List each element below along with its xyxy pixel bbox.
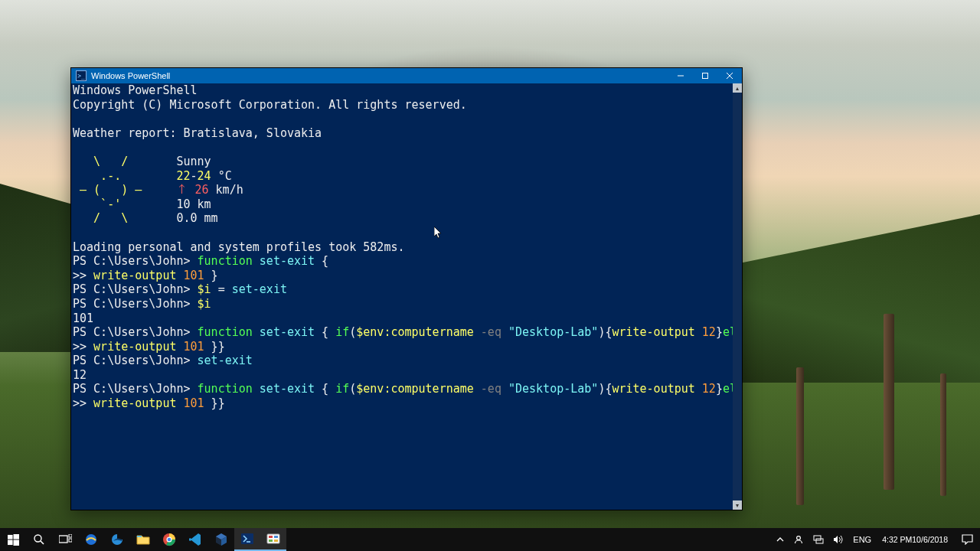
svg-rect-7: [69, 534, 72, 537]
vertical-scrollbar[interactable]: ▴ ▾: [733, 83, 742, 510]
volume-icon[interactable]: [828, 528, 848, 551]
action-center-button[interactable]: [954, 528, 980, 551]
svg-rect-18: [269, 540, 273, 542]
svg-rect-19: [274, 540, 278, 542]
desktop-wallpaper: >_ Windows PowerShell Windows PowerShell…: [0, 0, 980, 551]
svg-point-5: [34, 535, 41, 542]
taskbar-app-webpack[interactable]: [208, 528, 234, 551]
people-icon[interactable]: [789, 528, 808, 551]
wallpaper-post: [940, 373, 946, 496]
clock-time: 4:32 PM: [882, 535, 912, 544]
scroll-up-button[interactable]: ▴: [733, 83, 742, 93]
svg-rect-0: [703, 73, 708, 79]
clock-date: 10/6/2018: [912, 535, 948, 544]
taskbar-clock[interactable]: 4:32 PM 10/6/2018: [876, 528, 954, 551]
language-indicator[interactable]: ENG: [848, 528, 876, 551]
svg-rect-16: [269, 536, 273, 538]
svg-rect-10: [137, 536, 142, 537]
svg-point-13: [168, 538, 172, 542]
powershell-icon: >_: [76, 70, 87, 81]
wallpaper-post: [796, 367, 804, 505]
svg-rect-2: [13, 534, 19, 540]
svg-rect-1: [8, 534, 13, 539]
start-button[interactable]: [0, 528, 26, 551]
show-hidden-icons-button[interactable]: [772, 528, 789, 551]
scroll-down-button[interactable]: ▾: [733, 500, 742, 510]
powershell-window[interactable]: >_ Windows PowerShell Windows PowerShell…: [70, 67, 743, 510]
terminal-output[interactable]: Windows PowerShell Copyright (C) Microso…: [71, 83, 733, 510]
svg-rect-22: [816, 539, 823, 543]
svg-rect-8: [69, 539, 72, 542]
maximize-button[interactable]: [693, 68, 717, 83]
taskbar-app-ie[interactable]: [78, 528, 104, 551]
svg-rect-17: [274, 536, 278, 538]
taskbar-app-chrome[interactable]: [156, 528, 182, 551]
svg-rect-21: [814, 536, 821, 540]
wallpaper-hill: [704, 214, 980, 383]
svg-rect-4: [13, 540, 19, 546]
taskbar-app-powershell[interactable]: [234, 528, 260, 551]
titlebar[interactable]: >_ Windows PowerShell: [71, 68, 742, 83]
network-icon[interactable]: [808, 528, 828, 551]
window-title: Windows PowerShell: [91, 71, 170, 80]
taskbar-app-edge[interactable]: [104, 528, 130, 551]
svg-rect-6: [59, 536, 67, 543]
wallpaper-post: [884, 314, 894, 490]
svg-rect-15: [267, 534, 279, 543]
taskbar-app-recorder[interactable]: [260, 528, 286, 551]
task-view-button[interactable]: [52, 528, 78, 551]
taskbar-app-vscode[interactable]: [182, 528, 208, 551]
svg-rect-3: [8, 540, 13, 545]
taskbar-app-file-explorer[interactable]: [130, 528, 156, 551]
system-tray: ENG 4:32 PM 10/6/2018: [772, 528, 980, 551]
close-button[interactable]: [717, 68, 742, 83]
taskbar[interactable]: ENG 4:32 PM 10/6/2018: [0, 528, 980, 551]
svg-point-20: [797, 536, 801, 540]
search-button[interactable]: [26, 528, 52, 551]
minimize-button[interactable]: [668, 68, 693, 83]
